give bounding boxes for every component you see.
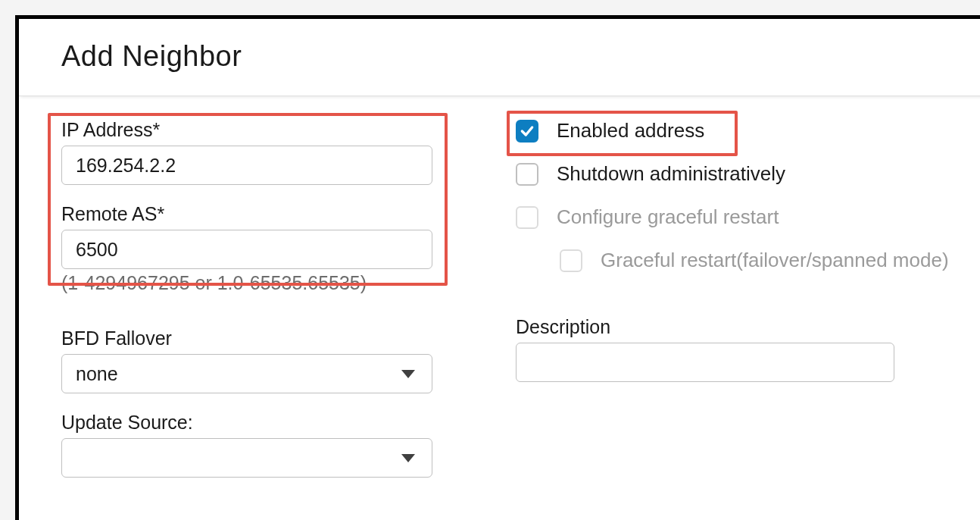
graceful-failover-label: Graceful restart(failover/spanned mode) — [601, 249, 949, 272]
shutdown-row: Shutdown administratively — [516, 162, 949, 186]
bfd-fallover-group: BFD Fallover none — [61, 327, 470, 393]
graceful-failover-row: Graceful restart(failover/spanned mode) — [516, 249, 949, 272]
bfd-fallover-select[interactable]: none — [61, 354, 432, 393]
bfd-fallover-label: BFD Fallover — [61, 327, 470, 349]
bfd-fallover-value: none — [76, 363, 118, 385]
shutdown-label: Shutdown administratively — [557, 162, 785, 186]
graceful-restart-checkbox — [516, 206, 538, 229]
enabled-address-checkbox[interactable] — [516, 120, 538, 143]
graceful-restart-row: Configure graceful restart — [516, 205, 949, 229]
update-source-group: Update Source: — [61, 412, 470, 478]
enabled-address-label: Enabled address — [557, 119, 704, 143]
description-group: Description — [516, 316, 949, 382]
enabled-address-row: Enabled address — [516, 119, 949, 143]
add-neighbor-dialog: Add Neighbor IP Address* Remote AS* (1-4… — [15, 15, 980, 520]
dialog-title: Add Neighbor — [61, 40, 949, 73]
graceful-restart-label: Configure graceful restart — [557, 205, 779, 229]
ip-address-group: IP Address* — [61, 119, 470, 185]
remote-as-hint: (1-4294967295 or 1.0-65535.65535) — [61, 272, 470, 294]
chevron-down-icon — [401, 370, 415, 378]
dialog-header: Add Neighbor — [19, 19, 980, 96]
ip-address-input[interactable] — [61, 146, 432, 185]
description-input[interactable] — [516, 343, 894, 382]
update-source-label: Update Source: — [61, 412, 470, 434]
description-label: Description — [516, 316, 949, 338]
remote-as-input[interactable] — [61, 230, 432, 269]
left-column: IP Address* Remote AS* (1-4294967295 or … — [61, 113, 470, 496]
remote-as-group: Remote AS* — [61, 203, 470, 269]
shutdown-checkbox[interactable] — [516, 163, 538, 186]
dialog-body: IP Address* Remote AS* (1-4294967295 or … — [19, 96, 980, 496]
right-column: Enabled address Shutdown administrativel… — [470, 113, 949, 496]
check-icon — [520, 124, 535, 139]
remote-as-label: Remote AS* — [61, 203, 470, 225]
update-source-select[interactable] — [61, 438, 432, 478]
ip-address-label: IP Address* — [61, 119, 470, 141]
graceful-failover-checkbox — [560, 249, 582, 272]
chevron-down-icon — [401, 454, 415, 462]
